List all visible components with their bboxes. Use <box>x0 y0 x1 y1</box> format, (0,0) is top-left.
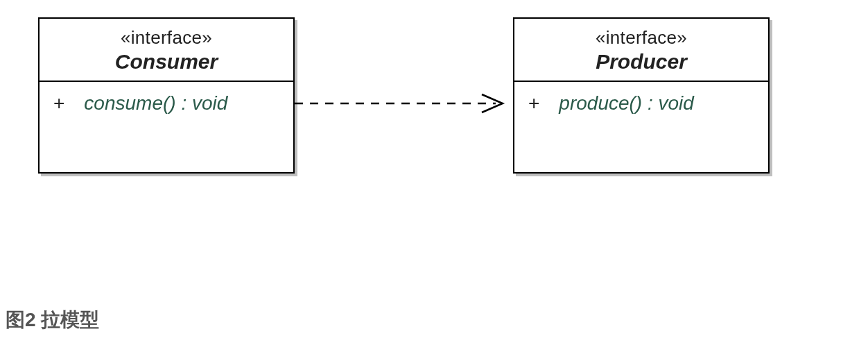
method-signature: produce() : void <box>559 92 694 115</box>
figure-number: 图2 <box>6 309 36 330</box>
uml-class-producer: «interface» Producer + produce() : void <box>513 17 770 174</box>
uml-class-consumer: «interface» Consumer + consume() : void <box>38 17 295 174</box>
class-body: + produce() : void <box>514 82 768 125</box>
figure-caption: 图2 拉模型 <box>6 307 99 333</box>
visibility-marker: + <box>528 92 539 115</box>
stereotype-label: «interface» <box>528 27 754 49</box>
visibility-marker: + <box>53 92 64 115</box>
class-name-label: Consumer <box>53 50 279 74</box>
class-name-label: Producer <box>528 50 754 74</box>
stereotype-label: «interface» <box>53 27 279 49</box>
class-header: «interface» Consumer <box>40 19 293 82</box>
method-signature: consume() : void <box>84 92 227 115</box>
figure-title: 拉模型 <box>41 309 99 330</box>
class-header: «interface» Producer <box>514 19 768 82</box>
class-body: + consume() : void <box>40 82 293 125</box>
uml-diagram: «interface» Consumer + consume() : void … <box>0 0 868 354</box>
dependency-arrow <box>295 93 513 114</box>
